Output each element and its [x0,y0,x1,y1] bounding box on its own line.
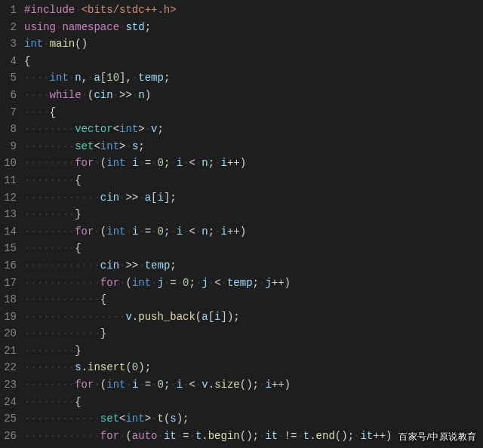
token-pun: ) [240,226,246,238]
line-number: 5 [0,69,17,87]
token-op: < [189,226,195,238]
token-pun: ; [208,157,214,169]
token-ws: · [145,123,151,135]
token-ws: ········ [24,140,75,152]
token-ws: ········ [24,379,75,391]
code-line[interactable]: ················v.push_back(a[i]); [24,308,483,326]
token-ws: · [43,38,49,50]
token-ws: · [138,226,144,238]
token-ws: · [208,277,214,289]
code-line[interactable]: ········set<int>·s; [24,138,483,155]
token-ws: · [151,379,157,391]
line-number: 17 [0,275,17,292]
token-op: < [214,277,220,289]
token-id: t [303,430,309,442]
token-ws: ········ [24,174,75,186]
token-num: 10 [106,72,119,84]
token-pun: ) [386,430,392,442]
code-line[interactable]: ········for·(int·i·=·0;·i·<·n;·i++) [24,155,483,172]
token-pun: { [100,293,106,305]
token-ws: · [151,226,157,238]
code-line[interactable]: ············{ [24,291,483,308]
token-ws: · [183,379,189,391]
line-number: 24 [0,394,17,411]
line-number: 4 [0,53,17,70]
token-id: it [360,430,373,442]
token-id: i [157,192,163,204]
token-type: int [106,226,125,238]
token-pun: ]; [164,192,177,204]
token-ws: · [69,72,75,84]
line-number: 15 [0,240,17,257]
token-ws: · [138,157,144,169]
token-pun: (); [240,379,259,391]
token-pun: { [50,106,56,118]
code-line[interactable]: ········for·(int·i·=·0;·i·<·v.size();·i+… [24,376,483,394]
code-line[interactable]: ········s.insert(0); [24,359,483,376]
code-line[interactable]: ············cin·>>·a[i]; [24,189,483,207]
code-line[interactable]: ········{ [24,172,483,189]
code-line[interactable]: #include·<bits/stdc++.h> [24,2,483,19]
line-number: 11 [0,172,17,189]
token-ws: · [183,226,189,238]
token-id: i [177,226,183,238]
code-line[interactable]: ····while·(cin·>>·n) [24,87,483,104]
line-number: 19 [0,308,17,326]
code-line[interactable]: ········} [24,206,483,223]
code-line[interactable]: ············set<int>·t(s); [24,410,483,428]
code-line[interactable]: ····{ [24,104,483,121]
token-id: s [75,361,81,373]
code-editor[interactable]: 1234567891011121314151617181920212223242… [0,0,483,448]
code-line[interactable]: ········vector<int>·v; [24,121,483,138]
token-ws: · [94,226,100,238]
token-pun: } [75,208,81,220]
token-id: v [202,379,208,391]
line-number: 18 [0,291,17,308]
token-pun: < [113,123,119,135]
code-line[interactable]: ····int·n,·a[10],·temp; [24,69,483,87]
token-ws: · [94,157,100,169]
token-ws: ········ [24,157,75,169]
code-line[interactable]: ············for·(int·j·=·0;·j·<·temp;·j+… [24,275,483,292]
token-type: int [119,123,138,135]
token-pun: . [132,311,138,323]
code-line[interactable]: ········} [24,342,483,360]
token-id: n [202,226,208,238]
code-line[interactable]: ········for·(int·i·=·0;·i·<·n;·i++) [24,223,483,241]
token-ws: · [221,277,227,289]
token-pun: ; [164,72,170,84]
token-ws: ···· [24,89,50,101]
token-pun: > [145,413,151,425]
code-line[interactable]: int·main() [24,35,483,53]
token-ws: ············ [24,277,100,289]
token-id: temp [138,72,164,84]
token-id: i [177,157,183,169]
token-id: cin [100,192,119,204]
token-pun: ( [125,361,131,373]
token-kw: while [50,89,82,101]
code-line[interactable]: ············cin·>>·temp; [24,257,483,275]
token-ws: ········ [24,361,75,373]
token-id: i [221,226,227,238]
token-id: v [125,311,131,323]
token-id: i [265,379,271,391]
token-ws: · [170,379,176,391]
token-ws: · [278,430,284,442]
token-pun: (); [335,430,354,442]
token-ws: ········ [24,242,75,254]
token-pun: ]); [220,311,239,323]
token-type: int [132,277,151,289]
line-number: 23 [0,376,17,394]
token-pun: ( [100,226,106,238]
code-line[interactable]: { [24,53,483,70]
code-area[interactable]: #include·<bits/stdc++.h>using·namespace·… [24,2,483,448]
code-line[interactable]: ········{ [24,240,483,257]
token-pun: . [82,361,88,373]
code-line[interactable]: using·namespace·std; [24,19,483,36]
code-line[interactable]: ········{ [24,394,483,411]
token-id: temp [145,259,171,272]
token-type: int [50,72,69,84]
token-ws: ········ [24,345,75,357]
code-line[interactable]: ············} [24,325,483,342]
token-pun: [ [208,311,214,323]
